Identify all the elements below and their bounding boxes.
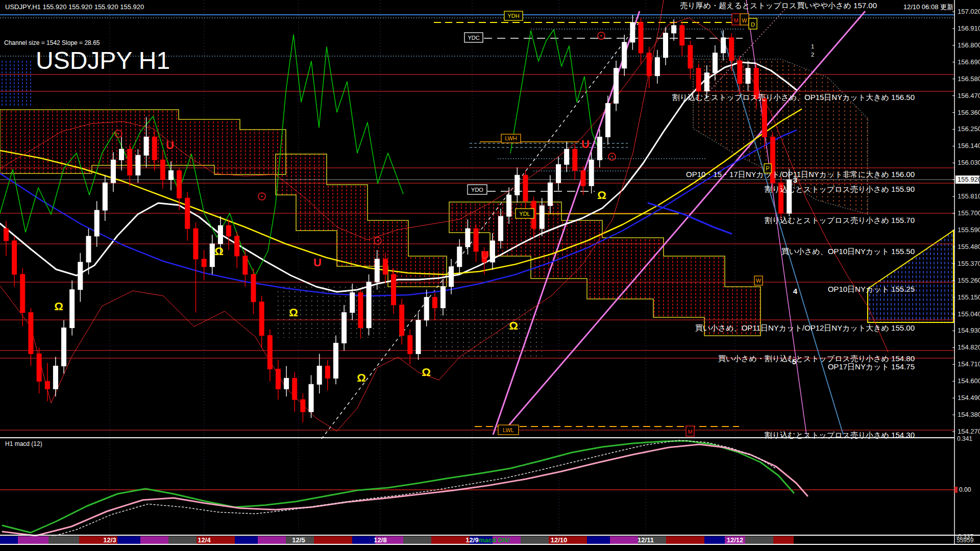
level-box-label: YDL: [519, 211, 530, 217]
price-annotation: 割り込むとストップロス売り小さめ、OP15日NYカット大きめ 156.50: [672, 93, 915, 102]
cloud-whitedots-2: [434, 307, 542, 357]
candle-down: [292, 378, 297, 399]
candle-down: [235, 236, 239, 256]
candle-up: [94, 210, 99, 236]
candle-up: [556, 164, 561, 183]
price-annotation: 買い小さめ・割り込むとストップロス売り小さめ 154.80: [718, 354, 915, 363]
level-box-label: W: [742, 17, 747, 23]
candle-up: [78, 262, 83, 290]
candle-up: [746, 68, 750, 84]
candle-up: [53, 366, 58, 389]
sell-marker: U: [166, 139, 174, 152]
session-bar-segment: [235, 536, 258, 544]
candle-up: [713, 53, 717, 73]
session-bar-segment: [168, 536, 197, 544]
candle-down: [762, 99, 767, 137]
price-annotation: OP17日NYカット 154.75: [828, 362, 915, 371]
candle-up: [614, 68, 619, 104]
level-box-label: LWL: [503, 427, 514, 433]
candle-up: [342, 313, 347, 343]
candle-down: [301, 399, 305, 412]
date-axis-label: 12/3: [103, 536, 116, 544]
price-annotation: 買い小さめ、OP10日NYカット 155.50: [781, 247, 915, 256]
session-bar-segment: [314, 536, 352, 544]
price-axis-label: 155.810: [958, 192, 980, 200]
candle-down: [259, 302, 264, 336]
price-axis-label: 156.690: [958, 58, 980, 66]
signal-ring-dot: [261, 196, 263, 197]
buy-marker: Ω: [509, 319, 518, 332]
candle-up: [86, 236, 91, 262]
level-box-label: D: [751, 21, 755, 28]
price-axis-label: 154.710: [958, 360, 980, 368]
price-axis-label: 155.370: [958, 260, 980, 267]
candle-down: [325, 366, 330, 378]
current-price-value: 155.920: [958, 176, 980, 183]
price-axis-label: 154.930: [958, 327, 980, 334]
wave-number: 1: [811, 43, 814, 49]
buy-marker: Ω: [214, 245, 224, 258]
candle-up: [62, 328, 66, 366]
cloud-blue-left: [0, 60, 32, 106]
session-bar-segment: [704, 536, 725, 544]
candle-down: [573, 149, 577, 170]
candle-up: [416, 320, 421, 354]
candle-down: [523, 175, 528, 201]
signal-ring-dot: [377, 240, 379, 242]
candle-down: [696, 68, 701, 91]
level-box-label: W: [756, 278, 762, 284]
price-axis-label: 154.490: [958, 394, 980, 402]
price-axis-label: 156.140: [958, 142, 980, 149]
candle-down: [581, 170, 585, 186]
price-axis-label: 155.260: [958, 277, 980, 284]
candle-down: [202, 259, 206, 267]
candle-up: [605, 104, 610, 137]
macd-max-label: 0.341: [957, 435, 972, 442]
candle-up: [136, 155, 140, 175]
candle-up: [490, 241, 495, 262]
price-chart-canvas[interactable]: UUUUΩΩΩΩΩΩΩ YDHYDCLWHYDOYDLLWLMWDPWM 157…: [0, 0, 980, 551]
date-axis-label: 12/12: [727, 536, 744, 544]
candle-up: [210, 244, 214, 267]
candle-up: [622, 42, 627, 68]
candle-up: [449, 267, 454, 287]
candle-down: [152, 137, 157, 160]
price-axis-label: 155.590: [958, 226, 980, 234]
candle-up: [144, 137, 149, 155]
candle-up: [565, 149, 569, 164]
candle-up: [309, 384, 313, 412]
candle-down: [227, 226, 231, 236]
date-axis-label: 12/11: [638, 536, 654, 544]
price-annotation: 割り込むとストップロス売り小さめ 154.30: [765, 431, 915, 439]
level-box-label: YDC: [468, 35, 479, 41]
candle-down: [37, 354, 41, 381]
chart-background: [0, 0, 980, 551]
price-axis-label: 154.600: [958, 377, 980, 385]
sell-marker: U: [481, 248, 489, 261]
level-box-label: M: [733, 17, 738, 23]
macd-zero-label: 0.00: [959, 486, 971, 493]
session-bar-segment: [258, 536, 286, 544]
candle-down: [193, 229, 198, 259]
symbol-ohlc-line: USDJPY,H1 155.920 155.920 155.920 155.92…: [5, 3, 144, 11]
candle-up: [457, 247, 462, 267]
session-bar-segment: [18, 536, 48, 544]
price-axis-label: 156.910: [958, 24, 980, 32]
candle-down: [432, 297, 437, 308]
price-annotation: 割り込むとストップロス売り小さめ 155.70: [765, 216, 915, 224]
candle-down: [738, 61, 742, 84]
candle-down: [29, 313, 33, 354]
macd-on-label: macd ON!: [479, 536, 510, 544]
session-bar-segment: [587, 536, 610, 544]
level-box-label: YDH: [507, 13, 519, 19]
macd-zero-mark: [954, 487, 958, 493]
session-bar-segment: [352, 536, 375, 544]
date-axis-label: 12/8: [374, 536, 386, 544]
date-axis-label: 12/4: [198, 536, 211, 544]
session-bar-segment: [48, 536, 79, 544]
candle-up: [111, 160, 115, 183]
session-bar-segment: [521, 536, 549, 544]
price-axis-label: 155.480: [958, 243, 980, 251]
candle-down: [4, 229, 9, 241]
candle-down: [276, 369, 280, 389]
